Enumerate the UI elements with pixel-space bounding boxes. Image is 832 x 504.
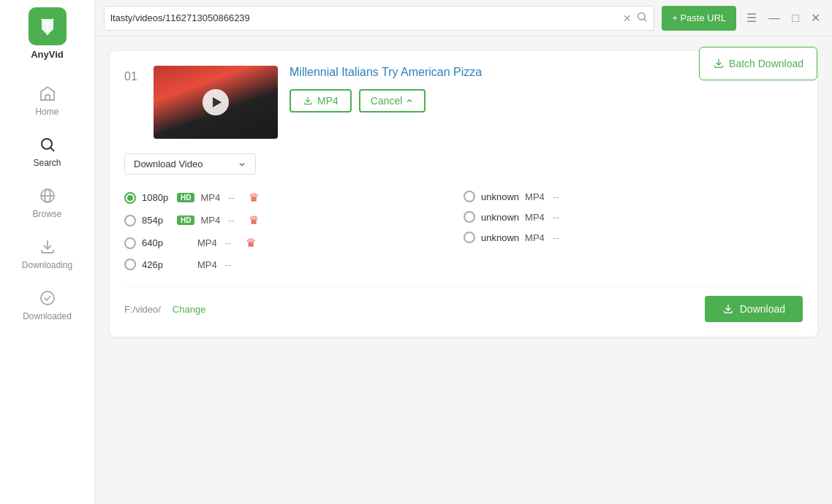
mp4-button[interactable]: MP4 (290, 89, 352, 112)
browse-icon (37, 186, 58, 206)
hd-badge-854p: HD (177, 215, 194, 225)
batch-download-label: Batch Download (729, 58, 803, 69)
size-640p: -- (225, 237, 240, 248)
sidebar-item-browse-label: Browse (32, 209, 61, 219)
sidebar-item-downloading-label: Downloading (22, 260, 72, 270)
format-dropdown-button[interactable]: Download Video (124, 153, 256, 175)
window-controls: ☰ — □ ✕ (744, 11, 823, 25)
minimize-button[interactable]: — (765, 11, 783, 25)
play-triangle-icon (213, 97, 222, 107)
size-unknown-2: -- (553, 212, 567, 223)
quality-row-426p: 426p MP4 -- (124, 254, 464, 275)
radio-1080p[interactable] (124, 192, 136, 204)
quality-row-unknown-3: unknown MP4 -- (464, 227, 803, 248)
download-button[interactable]: Download (705, 296, 803, 322)
cancel-label: Cancel (371, 95, 403, 107)
card-footer: F:/video/ Change Download (124, 286, 803, 322)
mp4-label: MP4 (317, 95, 339, 107)
search-icon (37, 134, 58, 155)
titlebar: ltasty/videos/1162713050866239 ✕ + Paste… (95, 0, 832, 37)
svg-line-9 (644, 19, 646, 21)
batch-download-button[interactable]: Batch Download (699, 47, 817, 80)
svg-point-7 (41, 291, 54, 305)
quality-label-unknown-3: unknown (481, 232, 519, 243)
quality-column-left: 1080p HD MP4 -- ♛ 854p HD MP4 -- ♛ (124, 186, 464, 275)
size-854p: -- (228, 215, 243, 226)
quality-row-unknown-1: unknown MP4 -- (464, 186, 803, 207)
size-1080p: -- (228, 192, 243, 203)
quality-column-right: unknown MP4 -- unknown MP4 -- unknow (464, 186, 803, 275)
quality-row-unknown-2: unknown MP4 -- (464, 207, 803, 227)
sidebar-item-downloading[interactable]: Downloading (0, 228, 94, 279)
url-clear-button[interactable]: ✕ (623, 12, 632, 24)
sidebar-item-downloaded[interactable]: Downloaded (0, 279, 94, 330)
quality-label-1080p: 1080p (142, 192, 171, 203)
format-unknown-2: MP4 (525, 212, 547, 223)
download-label: Download (740, 303, 785, 315)
crown-icon-1080p: ♛ (249, 191, 259, 205)
radio-unknown-2[interactable] (464, 211, 475, 223)
hd-badge-1080p: HD (177, 193, 194, 202)
svg-rect-0 (45, 95, 50, 100)
format-unknown-1: MP4 (525, 191, 547, 202)
format-854p: MP4 (200, 215, 222, 226)
maximize-button[interactable]: □ (789, 11, 802, 25)
format-426p: MP4 (197, 259, 219, 270)
radio-640p[interactable] (124, 237, 136, 249)
size-426p: -- (225, 259, 240, 270)
change-folder-button[interactable]: Change (173, 304, 206, 315)
video-card: 01 Millennial Italians Try American Pizz… (110, 51, 817, 337)
format-640p: MP4 (197, 237, 219, 248)
svg-line-2 (50, 148, 54, 152)
radio-854p[interactable] (124, 215, 136, 226)
sidebar-item-browse[interactable]: Browse (0, 177, 94, 228)
app-logo (29, 7, 67, 45)
svg-point-1 (42, 139, 52, 149)
sidebar: AnyVid Home Search Browse (0, 0, 95, 504)
sidebar-item-home[interactable]: Home (0, 75, 94, 126)
paste-url-button[interactable]: + Paste URL (662, 6, 736, 31)
url-text: ltasty/videos/1162713050866239 (110, 12, 619, 23)
video-index: 01 (124, 70, 142, 83)
quality-row-1080p: 1080p HD MP4 -- ♛ (124, 186, 464, 209)
sidebar-item-search-label: Search (33, 158, 61, 168)
crown-icon-640p: ♛ (246, 236, 256, 250)
app-name: AnyVid (31, 49, 64, 60)
format-unknown-3: MP4 (525, 232, 547, 243)
downloaded-icon (37, 288, 58, 308)
paste-url-label: + Paste URL (672, 12, 726, 23)
footer-left: F:/video/ Change (124, 304, 205, 315)
format-1080p: MP4 (200, 192, 222, 203)
play-button[interactable] (203, 89, 229, 115)
radio-unknown-1[interactable] (464, 191, 475, 202)
quality-label-unknown-1: unknown (481, 191, 519, 202)
folder-path: F:/video/ (124, 304, 161, 315)
sidebar-item-downloaded-label: Downloaded (23, 311, 72, 321)
logo-area: AnyVid (29, 7, 67, 60)
video-actions: MP4 Cancel (290, 89, 803, 112)
radio-426p[interactable] (124, 259, 136, 270)
home-icon (37, 83, 58, 104)
quality-label-unknown-2: unknown (481, 212, 519, 223)
content-area: 01 Millennial Italians Try American Pizz… (95, 37, 832, 504)
close-button[interactable]: ✕ (808, 11, 823, 25)
format-selector: Download Video (124, 153, 803, 175)
cancel-button[interactable]: Cancel (359, 89, 426, 112)
sidebar-item-search[interactable]: Search (0, 126, 94, 177)
radio-inner-1080p (127, 195, 133, 201)
size-unknown-3: -- (553, 232, 567, 243)
url-search-icon[interactable] (636, 11, 648, 25)
quality-row-640p: 640p MP4 -- ♛ (124, 232, 464, 254)
quality-label-640p: 640p (142, 237, 171, 248)
downloading-icon (37, 237, 58, 257)
format-dropdown-label: Download Video (134, 159, 203, 169)
quality-label-854p: 854p (142, 215, 171, 226)
menu-button[interactable]: ☰ (744, 11, 760, 25)
quality-row-854p: 854p HD MP4 -- ♛ (124, 209, 464, 232)
quality-label-426p: 426p (142, 259, 171, 270)
quality-grid: 1080p HD MP4 -- ♛ 854p HD MP4 -- ♛ (124, 186, 803, 275)
video-thumbnail (154, 66, 278, 139)
size-unknown-1: -- (553, 191, 567, 202)
radio-unknown-3[interactable] (464, 232, 475, 243)
url-bar: ltasty/videos/1162713050866239 ✕ (104, 6, 654, 31)
